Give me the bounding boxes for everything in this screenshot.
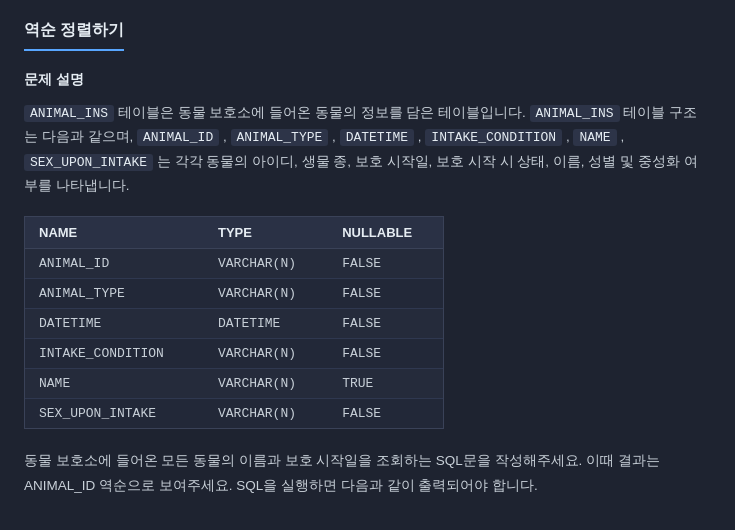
table-row: NAMEVARCHAR(N)TRUE bbox=[25, 369, 443, 399]
table-cell: FALSE bbox=[328, 279, 443, 309]
table-cell: VARCHAR(N) bbox=[204, 279, 328, 309]
col-header-type: TYPE bbox=[204, 217, 328, 249]
code-name: NAME bbox=[573, 129, 616, 146]
code-animal-id: ANIMAL_ID bbox=[137, 129, 219, 146]
desc-comma-1: , bbox=[223, 129, 231, 144]
page-title: 역순 정렬하기 bbox=[24, 20, 124, 51]
table-cell: DATETIME bbox=[204, 309, 328, 339]
page-container: 역순 정렬하기 문제 설명 ANIMAL_INS 테이블은 동물 보호소에 들어… bbox=[24, 20, 711, 498]
code-intake-condition: INTAKE_CONDITION bbox=[425, 129, 562, 146]
table-cell: VARCHAR(N) bbox=[204, 339, 328, 369]
code-animal-ins-2: ANIMAL_INS bbox=[530, 105, 620, 122]
table-cell: FALSE bbox=[328, 249, 443, 279]
table-cell: FALSE bbox=[328, 399, 443, 429]
table-cell: FALSE bbox=[328, 309, 443, 339]
schema-table-wrapper: NAME TYPE NULLABLE ANIMAL_IDVARCHAR(N)FA… bbox=[24, 216, 444, 429]
col-header-nullable: NULLABLE bbox=[328, 217, 443, 249]
table-cell: SEX_UPON_INTAKE bbox=[25, 399, 204, 429]
table-row: INTAKE_CONDITIONVARCHAR(N)FALSE bbox=[25, 339, 443, 369]
table-cell: NAME bbox=[25, 369, 204, 399]
footer-text: 동물 보호소에 들어온 모든 동물의 이름과 보호 시작일을 조회하는 SQL문… bbox=[24, 449, 711, 498]
table-cell: ANIMAL_TYPE bbox=[25, 279, 204, 309]
table-cell: DATETIME bbox=[25, 309, 204, 339]
table-cell: VARCHAR(N) bbox=[204, 369, 328, 399]
table-cell: ANIMAL_ID bbox=[25, 249, 204, 279]
schema-table: NAME TYPE NULLABLE ANIMAL_IDVARCHAR(N)FA… bbox=[25, 217, 443, 428]
description-text: ANIMAL_INS 테이블은 동물 보호소에 들어온 동물의 정보를 담은 테… bbox=[24, 101, 711, 198]
section-label: 문제 설명 bbox=[24, 71, 711, 89]
desc-text-1: 테이블은 동물 보호소에 들어온 동물의 정보를 담은 테이블입니다. bbox=[118, 105, 530, 120]
col-header-name: NAME bbox=[25, 217, 204, 249]
code-datetime: DATETIME bbox=[340, 129, 414, 146]
table-cell: INTAKE_CONDITION bbox=[25, 339, 204, 369]
desc-comma-2: , bbox=[332, 129, 340, 144]
table-cell: VARCHAR(N) bbox=[204, 249, 328, 279]
table-cell: FALSE bbox=[328, 339, 443, 369]
desc-comma-5: , bbox=[620, 129, 624, 144]
table-row: DATETIMEDATETIMEFALSE bbox=[25, 309, 443, 339]
code-animal-ins-1: ANIMAL_INS bbox=[24, 105, 114, 122]
table-row: ANIMAL_TYPEVARCHAR(N)FALSE bbox=[25, 279, 443, 309]
table-row: SEX_UPON_INTAKEVARCHAR(N)FALSE bbox=[25, 399, 443, 429]
code-sex-upon-intake: SEX_UPON_INTAKE bbox=[24, 154, 153, 171]
table-cell: VARCHAR(N) bbox=[204, 399, 328, 429]
table-row: ANIMAL_IDVARCHAR(N)FALSE bbox=[25, 249, 443, 279]
code-animal-type: ANIMAL_TYPE bbox=[231, 129, 329, 146]
table-cell: TRUE bbox=[328, 369, 443, 399]
table-header-row: NAME TYPE NULLABLE bbox=[25, 217, 443, 249]
